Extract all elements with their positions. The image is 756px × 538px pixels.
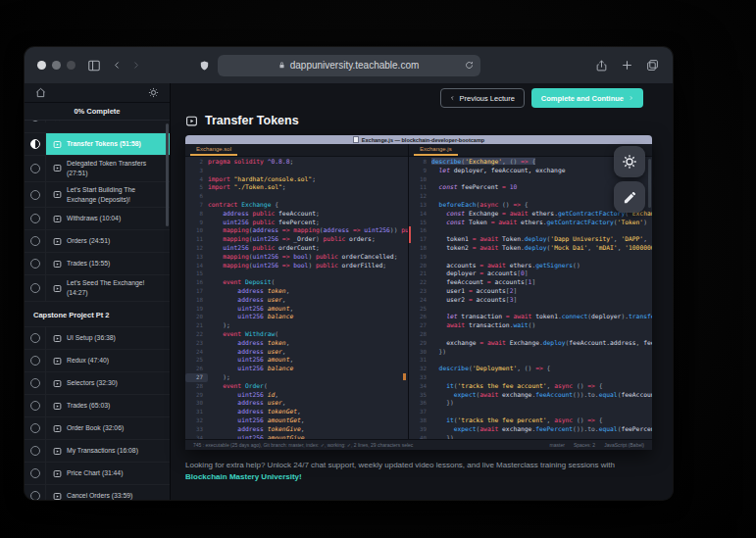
- code-line: 14 mapping(uint256 => bool) public order…: [185, 262, 408, 270]
- solidity-pane: Exchange.sol 2pragma solidity ^0.8.8;34i…: [185, 144, 408, 439]
- editor-panes: Exchange.sol 2pragma solidity ^0.8.8;34i…: [185, 144, 652, 439]
- browser-window: dappuniversity.teachable.com: [25, 47, 673, 500]
- code-line: 23 user1 = accounts[2]: [409, 287, 652, 296]
- back-icon[interactable]: [113, 60, 122, 71]
- reload-icon[interactable]: [465, 61, 474, 70]
- video-icon: [53, 215, 62, 223]
- settings-gear-icon[interactable]: [148, 87, 159, 98]
- lesson-item[interactable]: Delegated Token Transfers (27:51): [25, 156, 170, 182]
- code-left: 2pragma solidity ^0.8.8;34import "hardha…: [185, 157, 408, 439]
- scrollbar-thumb: [648, 159, 651, 208]
- sidebar-scrollbar[interactable]: [166, 123, 169, 226]
- lesson-label: Selectors (32:30): [67, 378, 118, 388]
- video-icon: [53, 121, 62, 122]
- lesson-status-circle: [25, 463, 46, 484]
- lesson-item[interactable]: Cancel Orders (33:59): [25, 485, 170, 500]
- code-line: 25: [409, 305, 652, 314]
- lesson-item[interactable]: Order Book (32:06): [25, 417, 170, 440]
- code-line: 31 address tokenGet,: [185, 408, 408, 416]
- lesson-item[interactable]: Trades (15:55): [25, 253, 170, 275]
- lesson-item[interactable]: Selectors (32:30): [25, 372, 170, 395]
- address-bar[interactable]: dappuniversity.teachable.com: [218, 55, 480, 76]
- code-line: 18 token2 = await Token.deploy('Mock Dai…: [409, 244, 652, 253]
- git-blame-status: 745 : executable (25 days ago), Git bran…: [193, 442, 413, 448]
- lesson-item[interactable]: Transfer Tokens (51:58): [25, 121, 170, 133]
- lesson-item[interactable]: Let's Seed The Exchange! (14:27): [25, 275, 170, 302]
- complete-continue-button[interactable]: Complete and Continue: [531, 88, 643, 108]
- lesson-status-circle: [25, 156, 46, 181]
- code-line: 40 }): [409, 434, 652, 440]
- left-tabbar: Exchange.sol: [185, 144, 408, 157]
- indentation-label: Spaces: 2: [574, 442, 595, 448]
- lesson-status-circle: [25, 350, 46, 371]
- home-icon[interactable]: [35, 87, 46, 98]
- code-line: 29 exchange = await Exchange.deploy(feeA…: [409, 339, 652, 348]
- lesson-item[interactable]: Price Chart (31:44): [25, 463, 170, 485]
- shield-icon[interactable]: [199, 60, 210, 72]
- lesson-label: Transfer Tokens (51:58): [67, 121, 137, 122]
- help-text: Looking for extra help? Unlock 24/7 chat…: [185, 461, 615, 469]
- share-icon[interactable]: [595, 59, 608, 73]
- overlay-settings-gear-icon[interactable]: [614, 146, 645, 177]
- lesson-item[interactable]: Redux (47:40): [25, 350, 170, 372]
- code-line: 27 await transaction.wait(): [409, 321, 652, 330]
- previous-lecture-button[interactable]: Previous Lecture: [440, 88, 525, 108]
- lesson-item[interactable]: Withdraws (10:04): [25, 208, 170, 230]
- code-line: 22 feeAccount = accounts[1]: [409, 278, 652, 287]
- code-line: 22 event Withdraw(: [185, 330, 408, 339]
- code-line: 6: [185, 192, 408, 201]
- lesson-item[interactable]: My Transactions (16:08): [25, 440, 170, 463]
- code-line: 30 }): [409, 348, 652, 357]
- code-line: 16: [409, 226, 652, 235]
- course-app: 0% Complete Transfer Tokens (51:58)Trans…: [25, 83, 673, 500]
- code-line: 33 address tokenGive,: [185, 425, 408, 434]
- git-branch-label: master: [550, 442, 565, 448]
- lesson-label: Delegated Token Transfers (27:51): [67, 159, 163, 178]
- browser-toolbar-right: [595, 59, 659, 73]
- edit-pencil-icon[interactable]: [614, 181, 645, 213]
- code-line: 37: [409, 408, 652, 416]
- lesson-item[interactable]: UI Setup (36:38): [25, 327, 170, 350]
- code-line: 30 address user,: [185, 399, 408, 408]
- code-line: 28: [409, 330, 652, 339]
- code-line: 16 event Deposit(: [185, 278, 408, 287]
- git-change-marker: [409, 226, 411, 243]
- video-icon: [53, 402, 62, 411]
- lesson-status-circle: [25, 395, 46, 416]
- close-window-button[interactable]: [37, 61, 46, 70]
- tab-exchange-sol: Exchange.sol: [190, 146, 237, 156]
- code-line: 9 uint256 public feePercent;: [185, 219, 408, 227]
- lesson-status-circle: [25, 253, 46, 274]
- tabs-overview-icon[interactable]: [646, 59, 659, 72]
- video-icon: [53, 237, 62, 246]
- browser-toolbar: dappuniversity.teachable.com: [25, 47, 673, 83]
- code-line: 19 uint256 amount,: [185, 305, 408, 314]
- help-banner: Looking for extra help? Unlock 24/7 chat…: [185, 460, 638, 484]
- lesson-status-circle: [25, 133, 46, 155]
- lesson-item[interactable]: Trades (65:03): [25, 395, 170, 417]
- minimize-window-button[interactable]: [52, 61, 61, 70]
- video-icon: [53, 164, 62, 172]
- code-line: 7contract Exchange {: [185, 201, 408, 210]
- scroll-marker: [403, 373, 406, 380]
- complete-continue-label: Complete and Continue: [541, 94, 624, 103]
- lesson-status-circle: [25, 440, 46, 462]
- sidebar-toggle-icon[interactable]: [87, 59, 101, 73]
- lesson-item[interactable]: Transfer Tokens (51:58): [25, 133, 170, 156]
- code-line: 32 uint256 amountGet,: [185, 416, 408, 425]
- lesson-item[interactable]: Let's Start Building The Exchange (Depos…: [25, 182, 170, 209]
- zoom-window-button[interactable]: [67, 61, 76, 70]
- lesson-item[interactable]: Orders (24:51): [25, 230, 170, 253]
- lesson-label: Redux (47:40): [67, 356, 109, 366]
- code-line: 28 event Order(: [185, 382, 408, 391]
- mastery-university-link[interactable]: Blockchain Mastery University!: [185, 472, 302, 481]
- new-tab-icon[interactable]: [621, 59, 633, 72]
- video-icon: [53, 357, 62, 366]
- code-line: 13 mapping(uint256 => bool) public order…: [185, 253, 408, 262]
- forward-icon[interactable]: [131, 60, 140, 71]
- video-icon: [53, 447, 62, 456]
- code-line: 27 );: [185, 373, 408, 382]
- editor-statusbar: 745 : executable (25 days ago), Git bran…: [185, 439, 652, 450]
- lesson-label: Transfer Tokens (51:58): [67, 139, 141, 149]
- lock-icon: [278, 61, 285, 70]
